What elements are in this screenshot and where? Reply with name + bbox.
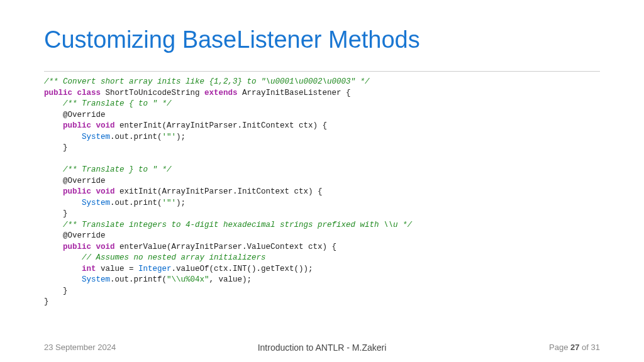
- final-brace: }: [44, 297, 49, 306]
- indent: [44, 133, 82, 141]
- brace-close-2: }: [44, 209, 68, 218]
- comment-exit: /** Translate } to " */: [44, 165, 172, 174]
- valueof: .valueOf(ctx.INT().getText());: [172, 265, 313, 273]
- kw-public: public: [44, 89, 72, 97]
- kw-class: class: [77, 89, 101, 97]
- footer-date: 23 September 2024: [44, 343, 116, 352]
- method3-sig: enterValue(ArrayInitParser.ValueContext …: [115, 243, 337, 251]
- kw-void-2: void: [96, 187, 115, 196]
- kw-public-3: public: [63, 187, 91, 196]
- printf-tail: , value);: [209, 275, 252, 284]
- integer-cls: Integer: [138, 265, 172, 273]
- indent: [44, 275, 82, 284]
- out-print-1: .out.print(: [110, 133, 162, 141]
- override-1: @Override: [44, 111, 106, 119]
- override-3: @Override: [44, 231, 106, 240]
- slide-footer: 23 September 2024 Introduction to ANTLR …: [44, 343, 600, 352]
- page-total: of 31: [579, 343, 600, 352]
- indent: [44, 187, 63, 196]
- indent: [44, 243, 63, 251]
- page-label: Page: [549, 343, 570, 352]
- str-1: '"': [162, 133, 177, 141]
- comment-assume: // Assumes no nested array initializers: [44, 253, 266, 262]
- val-assign: value =: [96, 265, 139, 273]
- brace-close-1: }: [44, 143, 68, 152]
- out-printf: .out.printf(: [110, 275, 167, 284]
- close-2: );: [176, 199, 186, 207]
- slide-title: Customizing BaseListener Methods: [44, 26, 600, 53]
- out-print-2: .out.print(: [110, 199, 162, 207]
- footer-title: Introduction to ANTLR - M.Zakeri: [258, 343, 387, 353]
- kw-void-3: void: [96, 243, 115, 251]
- close-1: );: [176, 133, 186, 141]
- method1-sig: enterInit(ArrayInitParser.InitContext ct…: [115, 121, 328, 130]
- brace-close-3: }: [44, 287, 68, 295]
- comment-enter: /** Translate { to " */: [44, 99, 172, 108]
- str-2: '"': [162, 199, 177, 207]
- comment-header: /** Convert short array inits like {1,2,…: [44, 77, 370, 86]
- kw-void-1: void: [96, 121, 115, 130]
- kw-extends: extends: [204, 89, 238, 97]
- classname: ShortToUnicodeString: [101, 89, 204, 97]
- footer-page: Page 27 of 31: [549, 343, 600, 352]
- kw-public-2: public: [63, 121, 91, 130]
- system-3: System: [82, 275, 110, 284]
- kw-public-4: public: [63, 243, 91, 251]
- indent: [44, 265, 82, 273]
- fmt-str: "\\u%04x": [167, 275, 209, 284]
- method2-sig: exitInit(ArrayInitParser.InitContext ctx…: [115, 187, 323, 196]
- comment-value: /** Translate integers to 4-digit hexade…: [44, 221, 412, 229]
- override-2: @Override: [44, 177, 106, 185]
- baseclass: ArrayInitBaseListener {: [238, 89, 351, 97]
- code-block: /** Convert short array inits like {1,2,…: [44, 71, 600, 308]
- page-number: 27: [570, 343, 579, 352]
- indent: [44, 121, 63, 130]
- system-1: System: [82, 133, 110, 141]
- indent: [44, 199, 82, 207]
- slide-content: Customizing BaseListener Methods /** Con…: [0, 0, 644, 308]
- kw-int: int: [82, 265, 96, 273]
- system-2: System: [82, 199, 110, 207]
